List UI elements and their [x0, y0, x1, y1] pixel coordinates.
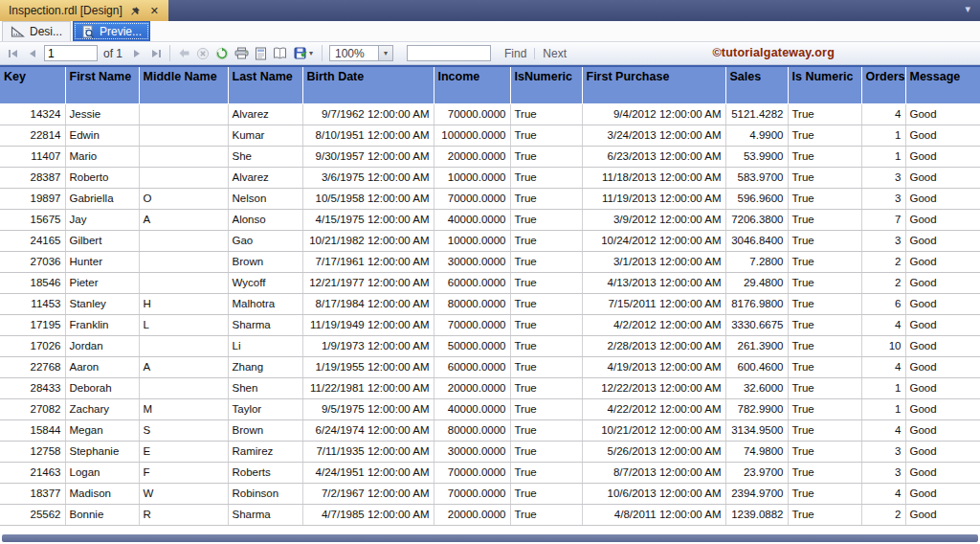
table-cell: Good [905, 504, 980, 525]
table-cell: Taylor [228, 398, 302, 419]
table-cell: 70000.0000 [434, 188, 510, 209]
document-tab[interactable]: Inspection.rdl [Design] ✕ [0, 0, 168, 21]
table-cell: 8/10/1951 12:00:00 AM [302, 125, 434, 146]
table-cell: 10/24/2012 12:00:00 AM [582, 230, 725, 251]
table-cell [139, 251, 228, 272]
table-cell: 32.6000 [725, 377, 788, 398]
table-row: 19897GabriellaONelson10/5/1958 12:00:00 … [0, 188, 980, 209]
table-cell: Stanley [65, 293, 139, 314]
table-cell [139, 335, 228, 356]
design-icon [11, 26, 25, 37]
table-cell [139, 272, 228, 293]
table-cell: 15844 [0, 419, 65, 441]
table-cell: Alonso [228, 209, 302, 230]
table-cell: 7/15/2011 12:00:00 AM [582, 293, 725, 314]
find-button[interactable]: Find [499, 47, 532, 60]
table-cell: True [510, 462, 582, 483]
table-cell: E [139, 441, 228, 462]
previous-page-button[interactable] [23, 44, 42, 63]
toolbar-separator [322, 45, 323, 61]
view-tab-bar: Desi... Previe... [0, 21, 980, 42]
print-button[interactable] [232, 44, 251, 63]
page-number-input[interactable] [44, 45, 98, 61]
table-cell: 11/19/1949 12:00:00 AM [302, 314, 434, 335]
table-cell: 40000.0000 [434, 398, 510, 419]
table-cell: 30000.0000 [434, 251, 510, 272]
last-page-button[interactable] [146, 44, 166, 63]
table-cell: 12/22/2013 12:00:00 AM [582, 377, 725, 398]
table-cell: 4/24/1951 12:00:00 AM [302, 462, 434, 483]
zoom-dropdown-button[interactable]: ▾ [379, 45, 393, 61]
table-cell: 70000.0000 [434, 462, 510, 483]
table-row: 24165GilbertGao10/21/1982 12:00:00 AM100… [0, 230, 980, 251]
table-cell: S [139, 419, 228, 441]
table-cell [139, 377, 228, 398]
table-cell: 10000.0000 [434, 167, 510, 188]
table-cell: True [788, 504, 861, 525]
column-header: Message [905, 66, 980, 103]
table-cell: Gabriella [65, 188, 139, 209]
column-header: Last Name [228, 66, 302, 103]
tab-preview-label: Previe... [100, 25, 142, 38]
table-cell: Mario [65, 146, 139, 167]
table-cell: Roberto [65, 167, 139, 188]
table-cell: 100000.0000 [434, 125, 510, 146]
refresh-button[interactable] [212, 44, 232, 63]
table-cell: 21463 [0, 462, 65, 483]
column-header: First Purchase [582, 66, 725, 103]
table-row: 27036HunterBrown7/17/1961 12:00:00 AM300… [0, 251, 980, 272]
table-cell: Robinson [228, 483, 302, 504]
zoom-select[interactable]: 100% [329, 45, 379, 61]
table-row: 18377MadisonWRobinson7/2/1967 12:00:00 A… [0, 483, 980, 504]
table-cell: Li [228, 335, 302, 356]
table-cell: Edwin [65, 125, 139, 146]
table-cell: 1 [861, 398, 905, 419]
table-cell: Good [905, 441, 980, 462]
page-setup-button[interactable] [270, 44, 289, 63]
table-cell: True [510, 272, 582, 293]
table-cell: 11/22/1981 12:00:00 AM [302, 377, 434, 398]
find-next-button[interactable]: Next [537, 47, 572, 60]
find-input[interactable] [407, 45, 491, 61]
horizontal-scrollbar[interactable] [2, 534, 978, 542]
table-cell: 6/24/1974 12:00:00 AM [302, 419, 434, 441]
column-header: Middle Name [139, 66, 228, 103]
pin-icon[interactable] [129, 5, 142, 17]
table-cell: Good [905, 188, 980, 209]
print-layout-button[interactable] [251, 44, 270, 63]
table-cell: 2 [861, 504, 905, 525]
back-button[interactable] [174, 44, 193, 63]
preview-icon [81, 25, 95, 38]
table-cell: 4/19/2013 12:00:00 AM [582, 356, 725, 377]
table-cell: 7.2800 [725, 251, 788, 272]
table-cell: 8/7/2013 12:00:00 AM [582, 462, 725, 483]
table-cell: 3330.6675 [725, 314, 788, 335]
table-cell: Jessie [65, 103, 139, 125]
table-row: 15844MeganSBrown6/24/1974 12:00:00 AM800… [0, 419, 980, 441]
tab-preview[interactable]: Previe... [73, 21, 150, 41]
table-cell: 1 [861, 377, 905, 398]
header-row: KeyFirst NameMiddle NameLast NameBirth D… [0, 66, 980, 103]
close-icon[interactable]: ✕ [148, 5, 161, 17]
table-cell [139, 230, 228, 251]
chevron-down-icon[interactable]: ▾ [965, 3, 970, 15]
table-cell: Good [905, 314, 980, 335]
export-button[interactable]: ▾ [289, 44, 318, 63]
table-cell: True [788, 335, 861, 356]
table-cell: 20000.0000 [434, 504, 510, 525]
column-header: Birth Date [302, 66, 434, 103]
table-cell: 7/11/1935 12:00:00 AM [302, 441, 434, 462]
table-cell: 74.9800 [725, 441, 788, 462]
table-cell: True [510, 293, 582, 314]
table-cell: A [139, 209, 228, 230]
table-cell: Brown [228, 251, 302, 272]
table-cell: H [139, 293, 228, 314]
table-cell: 8176.9800 [725, 293, 788, 314]
first-page-button[interactable] [4, 44, 23, 63]
table-cell: 10/21/2012 12:00:00 AM [582, 419, 725, 441]
stop-button[interactable] [193, 44, 212, 63]
table-cell: Good [905, 335, 980, 356]
next-page-button[interactable] [127, 44, 146, 63]
report-table: KeyFirst NameMiddle NameLast NameBirth D… [0, 65, 980, 526]
tab-design[interactable]: Desi... [2, 21, 71, 41]
